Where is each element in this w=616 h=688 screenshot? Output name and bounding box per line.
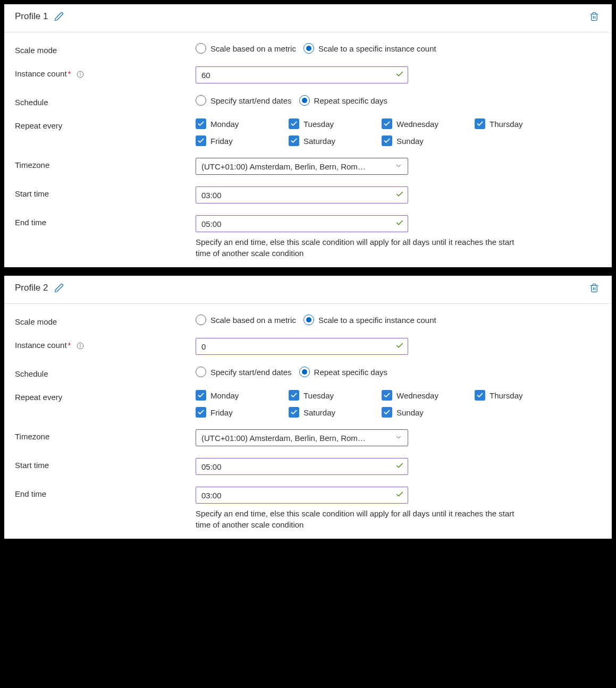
scale-mode-fixed-radio[interactable]: Scale to a specific instance count (303, 315, 436, 325)
timezone-select[interactable]: (UTC+01:00) Amsterdam, Berlin, Bern, Rom… (196, 158, 408, 175)
profile-card-2: Profile 2 Scale mode Scale based on a me… (0, 271, 616, 543)
day-label: Saturday (303, 137, 335, 146)
day-label: Sunday (396, 408, 424, 417)
schedule-dates-radio[interactable]: Specify start/end dates (196, 95, 292, 106)
scale-mode-label: Scale mode (15, 43, 196, 55)
radio-label: Scale based on a metric (210, 316, 296, 325)
svg-point-2 (80, 73, 80, 73)
day-label: Tuesday (303, 120, 334, 129)
profile-card-1: Profile 1 Scale mode Scale based on a me… (0, 0, 616, 271)
card-header: Profile 1 (4, 4, 612, 32)
scale-mode-metric-radio[interactable]: Scale based on a metric (196, 315, 296, 325)
start-time-label: Start time (15, 458, 196, 470)
info-icon[interactable] (77, 71, 84, 78)
scale-mode-label: Scale mode (15, 315, 196, 326)
day-label: Thursday (490, 120, 523, 129)
day-friday-checkbox[interactable]: Friday (196, 407, 289, 418)
instance-count-label: Instance count (15, 69, 67, 78)
instance-count-input[interactable] (196, 338, 408, 355)
day-label: Friday (210, 408, 233, 417)
chevron-down-icon (395, 434, 402, 443)
end-time-input[interactable] (196, 215, 408, 232)
day-label: Tuesday (303, 391, 334, 400)
start-time-input[interactable] (196, 186, 408, 203)
end-time-label: End time (15, 487, 196, 498)
day-sunday-checkbox[interactable]: Sunday (382, 407, 475, 418)
schedule-dates-radio[interactable]: Specify start/end dates (196, 367, 292, 377)
radio-label: Scale based on a metric (210, 44, 296, 53)
day-tuesday-checkbox[interactable]: Tuesday (289, 390, 382, 401)
delete-icon[interactable] (587, 281, 601, 295)
day-label: Saturday (303, 408, 335, 417)
day-wednesday-checkbox[interactable]: Wednesday (382, 390, 475, 401)
day-label: Wednesday (396, 391, 438, 400)
svg-point-5 (80, 344, 80, 345)
day-monday-checkbox[interactable]: Monday (196, 118, 289, 129)
scale-mode-fixed-radio[interactable]: Scale to a specific instance count (303, 43, 436, 54)
timezone-label: Timezone (15, 158, 196, 169)
day-thursday-checkbox[interactable]: Thursday (475, 390, 544, 401)
radio-label: Scale to a specific instance count (318, 316, 436, 325)
instance-count-label: Instance count (15, 341, 67, 350)
radio-label: Specify start/end dates (210, 368, 292, 377)
day-monday-checkbox[interactable]: Monday (196, 390, 289, 401)
day-label: Friday (210, 137, 233, 146)
end-time-help-text: Specify an end time, else this scale con… (196, 236, 514, 259)
scale-mode-metric-radio[interactable]: Scale based on a metric (196, 43, 296, 54)
radio-label: Specify start/end dates (210, 96, 292, 105)
day-label: Thursday (490, 391, 523, 400)
delete-icon[interactable] (587, 10, 601, 23)
end-time-help-text: Specify an end time, else this scale con… (196, 508, 514, 530)
day-friday-checkbox[interactable]: Friday (196, 135, 289, 146)
profile-title: Profile 1 (15, 11, 48, 22)
schedule-label: Schedule (15, 95, 196, 107)
day-label: Sunday (396, 137, 424, 146)
radio-label: Repeat specific days (314, 368, 387, 377)
day-wednesday-checkbox[interactable]: Wednesday (382, 118, 475, 129)
chevron-down-icon (395, 162, 402, 171)
radio-label: Scale to a specific instance count (318, 44, 436, 53)
day-saturday-checkbox[interactable]: Saturday (289, 407, 382, 418)
schedule-label: Schedule (15, 367, 196, 378)
timezone-label: Timezone (15, 429, 196, 441)
required-marker: * (68, 69, 71, 78)
schedule-repeat-radio[interactable]: Repeat specific days (299, 367, 387, 377)
timezone-select[interactable]: (UTC+01:00) Amsterdam, Berlin, Bern, Rom… (196, 429, 408, 446)
timezone-value: (UTC+01:00) Amsterdam, Berlin, Bern, Rom… (201, 162, 366, 171)
end-time-input[interactable] (196, 487, 408, 504)
radio-label: Repeat specific days (314, 96, 387, 105)
day-saturday-checkbox[interactable]: Saturday (289, 135, 382, 146)
day-sunday-checkbox[interactable]: Sunday (382, 135, 475, 146)
day-label: Monday (210, 120, 239, 129)
day-label: Wednesday (396, 120, 438, 129)
instance-count-input[interactable] (196, 66, 408, 83)
day-label: Monday (210, 391, 239, 400)
day-tuesday-checkbox[interactable]: Tuesday (289, 118, 382, 129)
repeat-every-label: Repeat every (15, 118, 196, 130)
profile-title: Profile 2 (15, 283, 48, 293)
start-time-input[interactable] (196, 458, 408, 475)
info-icon[interactable] (77, 342, 84, 350)
timezone-value: (UTC+01:00) Amsterdam, Berlin, Bern, Rom… (201, 434, 366, 443)
start-time-label: Start time (15, 186, 196, 198)
day-thursday-checkbox[interactable]: Thursday (475, 118, 544, 129)
repeat-every-label: Repeat every (15, 390, 196, 402)
card-header: Profile 2 (4, 276, 612, 304)
end-time-label: End time (15, 215, 196, 227)
required-marker: * (68, 341, 71, 350)
edit-icon[interactable] (52, 10, 66, 23)
schedule-repeat-radio[interactable]: Repeat specific days (299, 95, 387, 106)
edit-icon[interactable] (52, 281, 66, 295)
